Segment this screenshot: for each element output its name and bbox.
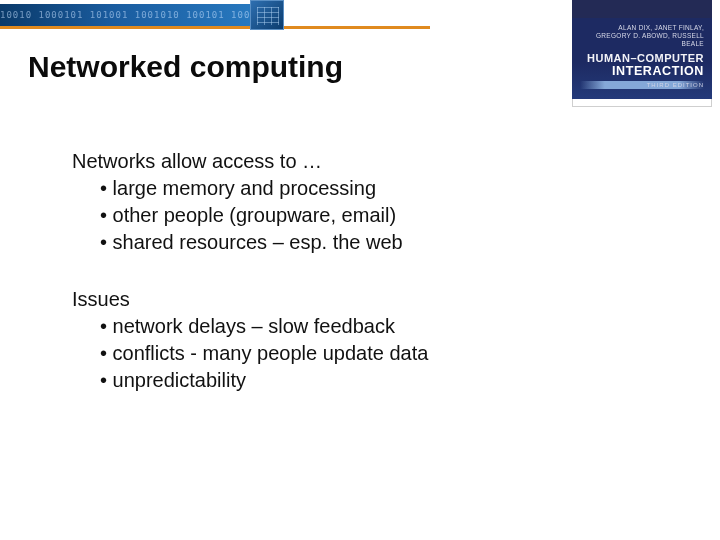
section2-bullets: • network delays – slow feedback • confl…	[100, 313, 592, 394]
book-authors-line2: GREGORY D. ABOWD, RUSSELL BEALE	[580, 32, 704, 48]
list-item: • network delays – slow feedback	[100, 313, 592, 340]
list-item: • large memory and processing	[100, 175, 592, 202]
list-item: • conflicts - many people update data	[100, 340, 592, 367]
banner-binary-text: 10010 1000101 101001 1001010 100101 1001…	[0, 10, 282, 20]
body-text: Networks allow access to … • large memor…	[72, 148, 592, 394]
slide: 10010 1000101 101001 1001010 100101 1001…	[0, 0, 720, 540]
book-title-line2: INTERACTION	[580, 64, 704, 78]
book-authors: ALAN DIX, JANET FINLAY, GREGORY D. ABOWD…	[580, 24, 704, 48]
page-title: Networked computing	[28, 50, 343, 84]
chip-icon	[250, 0, 284, 30]
section2-heading: Issues	[72, 286, 592, 313]
list-item: • other people (groupware, email)	[100, 202, 592, 229]
book-under-bar	[572, 99, 712, 107]
book-authors-line1: ALAN DIX, JANET FINLAY,	[580, 24, 704, 32]
accent-line	[0, 26, 430, 29]
book-title-line1: HUMAN–COMPUTER	[580, 52, 704, 64]
list-item: • shared resources – esp. the web	[100, 229, 592, 256]
book-top-bar	[572, 0, 712, 18]
book-edition: THIRD EDITION	[580, 81, 704, 89]
section1-heading: Networks allow access to …	[72, 148, 592, 175]
book-cover: ALAN DIX, JANET FINLAY, GREGORY D. ABOWD…	[572, 0, 712, 107]
section1-bullets: • large memory and processing • other pe…	[100, 175, 592, 256]
list-item: • unpredictability	[100, 367, 592, 394]
top-banner: 10010 1000101 101001 1001010 100101 1001…	[0, 4, 284, 26]
book-body: ALAN DIX, JANET FINLAY, GREGORY D. ABOWD…	[572, 18, 712, 99]
